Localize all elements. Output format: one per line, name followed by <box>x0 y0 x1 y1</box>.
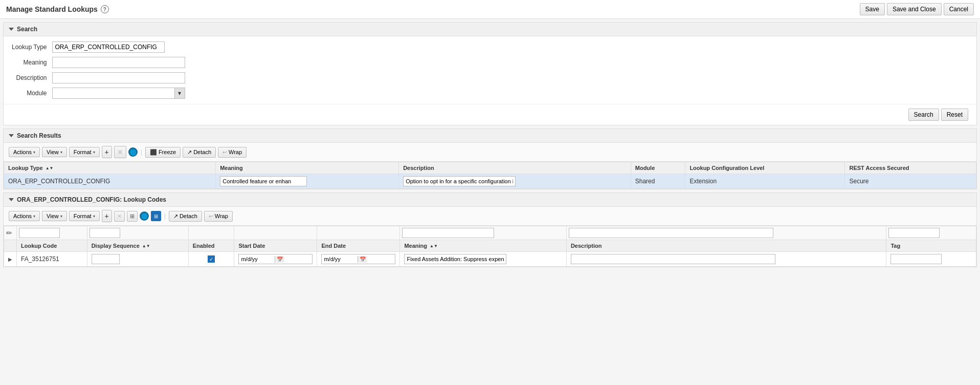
lc-delete-button[interactable]: ✕ <box>114 211 125 222</box>
lookup-codes-table: ✏ <box>4 226 976 267</box>
end-date-input-0[interactable] <box>322 255 358 263</box>
meaning-label: Meaning <box>12 59 47 66</box>
row-expand-icon-0[interactable]: ▶ <box>8 256 12 262</box>
filter-tag <box>886 226 976 240</box>
detach-button[interactable]: ↗ Detach <box>183 147 216 158</box>
description-label: Description <box>12 74 47 81</box>
lc-wrap-button[interactable]: ↩ Wrap <box>204 211 233 222</box>
lc-format-caret: ▾ <box>93 214 95 219</box>
filter-tag-input[interactable] <box>888 228 940 238</box>
globe-icon[interactable]: 🌐 <box>128 147 138 157</box>
save-and-close-button[interactable]: Save and Close <box>887 3 942 15</box>
lookup-codes-title: ORA_ERP_CONTROLLED_CONFIG: Lookup Codes <box>17 196 166 203</box>
start-date-cal-icon-0[interactable]: 📅 <box>275 256 284 263</box>
lc-globe-icon[interactable]: 🌐 <box>140 211 149 221</box>
lookup-type-field <box>52 41 268 53</box>
lc-detach-icon: ↗ <box>173 213 178 220</box>
view-dropdown[interactable]: View ▾ <box>42 147 67 157</box>
description-cell-input-0[interactable] <box>403 176 516 186</box>
lc-description-input-0[interactable] <box>571 254 775 264</box>
lookup-codes-header[interactable]: ORA_ERP_CONTROLLED_CONFIG: Lookup Codes <box>4 193 976 207</box>
lc-cell-code-0: FA_35126751 <box>17 252 87 267</box>
page-title-text: Manage Standard Lookups <box>6 5 98 13</box>
start-date-input-0[interactable] <box>239 255 275 263</box>
actions-caret: ▾ <box>33 150 35 155</box>
lc-format-label: Format <box>74 213 92 219</box>
lc-view-caret: ▾ <box>60 214 62 219</box>
search-section-header[interactable]: Search <box>4 23 976 36</box>
lc-cell-meaning-0 <box>400 252 567 267</box>
col-module: Module <box>631 162 685 174</box>
save-button[interactable]: Save <box>860 3 885 15</box>
wrap-button[interactable]: ↩ Wrap <box>218 147 247 158</box>
sort-display-seq[interactable]: ▲▼ <box>142 244 150 248</box>
end-date-cal-icon-0[interactable]: 📅 <box>358 256 367 263</box>
cell-rest-access-0: Secure <box>845 174 976 189</box>
freeze-button[interactable]: ⬛ Freeze <box>145 147 181 158</box>
lc-tag-input-0[interactable] <box>890 254 942 264</box>
search-section-body: Lookup Type Meaning Description Module ▾ <box>4 36 976 104</box>
enabled-checkbox-0[interactable]: ✓ <box>208 255 215 263</box>
search-results-table: Lookup Type ▲▼ Meaning Description Modul… <box>4 162 976 189</box>
search-collapse-icon <box>9 28 14 31</box>
lc-seq-input-0[interactable] <box>92 254 120 264</box>
search-results-title: Search Results <box>17 132 61 139</box>
meaning-input[interactable] <box>52 57 185 68</box>
search-result-row-0[interactable]: ORA_ERP_CONTROLLED_CONFIG Shared Extensi… <box>4 174 976 189</box>
search-results-header[interactable]: Search Results <box>4 129 976 143</box>
lc-blue-icon[interactable]: ⊞ <box>151 211 161 221</box>
filter-description-input[interactable] <box>569 228 773 238</box>
lc-detach-button[interactable]: ↗ Detach <box>169 211 202 222</box>
cell-module-0: Shared <box>631 174 685 189</box>
reset-button[interactable]: Reset <box>941 109 968 121</box>
module-input[interactable] <box>53 89 174 98</box>
col-lc-enabled: Enabled <box>188 240 234 252</box>
edit-pencil-icon: ✏ <box>6 229 12 237</box>
lc-cell-description-0 <box>566 252 886 267</box>
lc-format-dropdown[interactable]: Format ▾ <box>69 211 100 221</box>
detach-label: Detach <box>193 149 211 155</box>
lookup-type-input[interactable] <box>52 41 165 53</box>
search-button[interactable]: Search <box>908 109 939 121</box>
lc-add-icon: + <box>105 212 109 220</box>
filter-expander: ✏ <box>4 226 17 240</box>
lc-row-expander-0[interactable]: ▶ <box>4 252 17 267</box>
lookup-type-label: Lookup Type <box>12 44 47 51</box>
lookup-code-row-0[interactable]: ▶ FA_35126751 ✓ 📅 <box>4 252 976 267</box>
help-icon[interactable]: ? <box>101 5 109 13</box>
lc-meaning-input-0[interactable] <box>404 254 506 264</box>
col-lookup-type: Lookup Type ▲▼ <box>4 162 216 174</box>
format-label: Format <box>74 149 92 155</box>
lc-grid-button[interactable]: ⊞ <box>127 211 138 222</box>
filter-display-seq <box>87 226 188 240</box>
search-form: Lookup Type Meaning Description Module ▾ <box>12 41 268 99</box>
lc-separator: | <box>163 212 167 220</box>
search-section-title: Search <box>17 26 37 33</box>
sort-lookup-type[interactable]: ▲▼ <box>46 166 54 170</box>
filter-meaning <box>400 226 567 240</box>
lookup-codes-collapse-icon <box>9 198 14 201</box>
meaning-cell-input-0[interactable] <box>220 176 307 186</box>
lc-add-button[interactable]: + <box>102 210 112 222</box>
filter-lookup-code-input[interactable] <box>19 228 60 238</box>
add-row-button[interactable]: + <box>102 146 112 158</box>
format-dropdown[interactable]: Format ▾ <box>69 147 100 157</box>
cell-description-0 <box>399 174 631 189</box>
lc-view-dropdown[interactable]: View ▾ <box>42 211 67 221</box>
module-field: ▾ <box>52 88 185 99</box>
actions-dropdown[interactable]: Actions ▾ <box>9 147 40 157</box>
lc-detach-label: Detach <box>180 213 197 219</box>
lc-cell-seq-0 <box>87 252 188 267</box>
search-results-collapse-icon <box>9 134 14 137</box>
cancel-button[interactable]: Cancel <box>944 3 974 15</box>
delete-row-button[interactable]: ✕ <box>114 146 126 158</box>
description-input[interactable] <box>52 72 185 83</box>
filter-meaning-input[interactable] <box>402 228 494 238</box>
search-results-section: Search Results Actions ▾ View ▾ Format ▾… <box>3 129 977 189</box>
lc-actions-dropdown[interactable]: Actions ▾ <box>9 211 40 221</box>
sort-meaning[interactable]: ▲▼ <box>430 244 438 248</box>
lc-cell-start-date-0: 📅 <box>234 252 317 267</box>
module-dropdown-arrow[interactable]: ▾ <box>174 88 185 98</box>
lookup-codes-column-headers: Lookup Code Display Sequence ▲▼ Enabled … <box>4 240 976 252</box>
filter-display-seq-input[interactable] <box>90 228 120 238</box>
